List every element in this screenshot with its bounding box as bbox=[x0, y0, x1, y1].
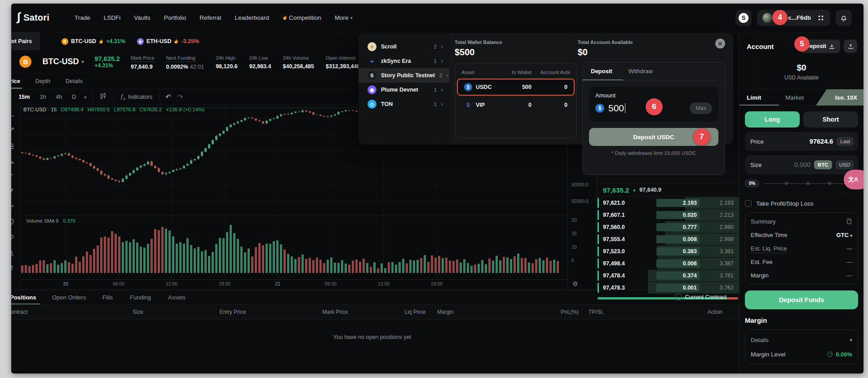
short-button[interactable]: Short bbox=[803, 111, 858, 127]
redo-icon[interactable]: ↷ bbox=[177, 93, 183, 101]
btc-icon: B bbox=[19, 56, 31, 68]
modal-tab-withdraw[interactable]: Withdraw bbox=[629, 62, 653, 80]
price-mode-toggle[interactable]: Last bbox=[837, 137, 854, 146]
unit-usd-toggle[interactable]: USD bbox=[836, 160, 854, 169]
nav-item-more[interactable]: More▾ bbox=[335, 14, 353, 21]
deposit-usdc-button[interactable]: Deposit USDC 7 bbox=[589, 128, 718, 146]
trend-line-icon[interactable] bbox=[11, 127, 15, 136]
positions-tab-open-orders[interactable]: Open Orders bbox=[52, 290, 86, 304]
order-type-tab-limit[interactable]: Limit bbox=[740, 89, 778, 105]
curve-tool-icon[interactable] bbox=[11, 157, 15, 166]
translate-floating-button[interactable]: 文A bbox=[844, 170, 864, 189]
zoom-in-icon[interactable] bbox=[11, 249, 15, 258]
nav-item-portfolio[interactable]: Portfolio bbox=[164, 14, 186, 21]
nav-item-leaderboard[interactable]: Leaderboard bbox=[235, 14, 269, 21]
nav-item-competition[interactable]: Competition bbox=[283, 14, 321, 21]
summary-row-effective-time[interactable]: Effective TimeGTC ▾ bbox=[751, 228, 852, 242]
leverage-selector[interactable]: Iso. 10X bbox=[816, 89, 864, 105]
interval-4h[interactable]: 4h bbox=[54, 93, 64, 101]
forecast-tool-icon[interactable] bbox=[11, 203, 15, 212]
flame-icon bbox=[174, 39, 178, 44]
positions-tab-assets[interactable]: Assets bbox=[168, 290, 186, 304]
network-item-ton[interactable]: ◇ TON 1 › bbox=[359, 97, 449, 111]
heart-emoji-icon[interactable] bbox=[11, 218, 15, 227]
nav-item-referral[interactable]: Referral bbox=[199, 14, 221, 21]
x-axis-tick: 12:00 bbox=[166, 281, 177, 286]
wallet-chip[interactable]: c...F6db 4 bbox=[757, 10, 830, 26]
drawing-toolbar bbox=[11, 105, 21, 290]
network-item-story-public-testnet[interactable]: S Story Public Testnet 2 › bbox=[359, 68, 449, 83]
withdraw-button[interactable] bbox=[844, 40, 857, 53]
network-item-scroll[interactable]: ≡ Scroll 2 › bbox=[359, 40, 449, 54]
asset-row-vip[interactable]: SVIP 0 0 bbox=[457, 97, 575, 114]
positions-tab-positions[interactable]: Positions bbox=[11, 290, 36, 304]
orderbook-row[interactable]: 97,621.0 2.193 2.193 bbox=[597, 197, 739, 209]
orderbook-row[interactable]: 97,560.0 0.777 2.990 bbox=[597, 221, 739, 233]
network-item-zksync-era[interactable]: ◂▸ zkSync Era 1 › bbox=[359, 54, 449, 68]
fib-lines-icon[interactable] bbox=[11, 142, 15, 151]
details-row[interactable]: Details ▾ bbox=[751, 333, 852, 347]
xabcd-pattern-icon[interactable] bbox=[11, 188, 15, 197]
brand-logo[interactable]: ∫ Satori bbox=[17, 11, 49, 25]
asset-row-usdc[interactable]: $USDC 500 0 bbox=[457, 79, 575, 96]
deposit-funds-button[interactable]: Deposit Funds bbox=[745, 290, 858, 309]
interval-1h[interactable]: 1h bbox=[38, 93, 48, 101]
positions-tab-funding[interactable]: Funding bbox=[130, 290, 151, 304]
text-tool-icon[interactable] bbox=[11, 172, 15, 181]
tpsl-row[interactable]: Take Profit/Stop Loss bbox=[745, 200, 858, 207]
summary-row-summary[interactable]: Summary bbox=[751, 215, 852, 228]
chart-tab-depth[interactable]: Depth bbox=[35, 74, 50, 89]
modal-close-button[interactable]: ✕ bbox=[715, 39, 725, 48]
size-field[interactable]: Size 0.000 BTC USD bbox=[745, 155, 858, 174]
current-contract-filter[interactable]: Current Contract bbox=[675, 290, 726, 304]
orderbook-row[interactable]: 97,607.1 0.020 2.213 bbox=[597, 209, 739, 221]
orderbook-row[interactable]: 97,478.4 0.374 3.761 bbox=[597, 270, 739, 281]
tpsl-checkbox[interactable] bbox=[745, 200, 752, 207]
modal-tab-deposit[interactable]: Deposit bbox=[591, 62, 612, 80]
size-input[interactable]: 0.000 bbox=[794, 161, 810, 168]
network-list: ≡ Scroll 2 › ◂▸ zkSync Era 1 › S Story P… bbox=[359, 33, 449, 145]
ruler-icon[interactable] bbox=[11, 233, 15, 242]
chart-tab-details[interactable]: Details bbox=[66, 74, 83, 89]
amount-box[interactable]: Amount $ 500 Max 6 bbox=[589, 87, 718, 122]
margin-section-title: Margin bbox=[745, 316, 858, 324]
token-button[interactable]: S bbox=[735, 10, 752, 26]
hot-pair-eth-usd[interactable]: ◆ETH-USD-3.25% bbox=[137, 38, 199, 45]
notifications-button[interactable] bbox=[836, 10, 852, 26]
nav-item-trade[interactable]: Trade bbox=[75, 14, 90, 21]
positions-tab-fills[interactable]: Fills bbox=[102, 290, 113, 304]
apps-grid-icon[interactable] bbox=[817, 14, 825, 22]
order-type-tab-market[interactable]: Market bbox=[778, 89, 817, 105]
unit-btc-toggle[interactable]: BTC bbox=[814, 160, 832, 169]
orderbook-row[interactable]: 97,498.4 0.006 3.387 bbox=[597, 258, 739, 269]
chart-style-button[interactable] bbox=[99, 92, 107, 101]
max-button[interactable]: Max bbox=[690, 102, 712, 114]
undo-icon[interactable]: ↶ bbox=[165, 93, 171, 101]
indicators-button[interactable]: ƒxIndicators bbox=[120, 93, 152, 101]
size-slider[interactable]: 0% bbox=[745, 180, 858, 187]
orderbook-row[interactable]: 97,555.4 0.008 2.998 bbox=[597, 233, 739, 245]
network-item-plume-devnet[interactable]: ◉ Plume Devnet 1 › bbox=[359, 83, 449, 97]
chart-tab-price[interactable]: Price bbox=[11, 74, 20, 89]
nav-item-vaults[interactable]: Vaults bbox=[134, 14, 151, 21]
flame-icon bbox=[283, 15, 287, 21]
hot-pair-btc-usd[interactable]: BBTC-USD+4.31% bbox=[62, 38, 125, 45]
interval-d[interactable]: D bbox=[70, 93, 78, 101]
price-field[interactable]: Price 97624.6 Last bbox=[745, 132, 858, 151]
crosshair-icon[interactable] bbox=[11, 111, 15, 120]
current-contract-checkbox[interactable] bbox=[675, 294, 682, 300]
pair-selector[interactable]: BTC-USD▾ bbox=[42, 57, 84, 66]
amount-input[interactable]: 500 bbox=[608, 103, 625, 114]
slider-value[interactable]: 0% bbox=[745, 180, 759, 187]
chart-settings-gear-icon[interactable]: ⚙ bbox=[572, 280, 578, 287]
step-badge-4: 4 bbox=[772, 10, 788, 25]
long-button[interactable]: Long bbox=[745, 111, 800, 127]
x-axis-tick: 06:00 bbox=[325, 281, 337, 286]
price-input[interactable]: 97624.6 bbox=[810, 138, 833, 145]
nav-item-lsdfi[interactable]: LSDFi bbox=[104, 14, 121, 21]
stat-open-interest: Open Interest $312,393,440 bbox=[326, 53, 360, 70]
orderbook-row[interactable]: 97,523.0 0.383 3.381 bbox=[597, 246, 739, 257]
magnet-icon[interactable] bbox=[11, 264, 15, 273]
interval-chevron-icon[interactable]: ▾ bbox=[84, 95, 86, 100]
interval-15m[interactable]: 15m bbox=[17, 93, 31, 101]
